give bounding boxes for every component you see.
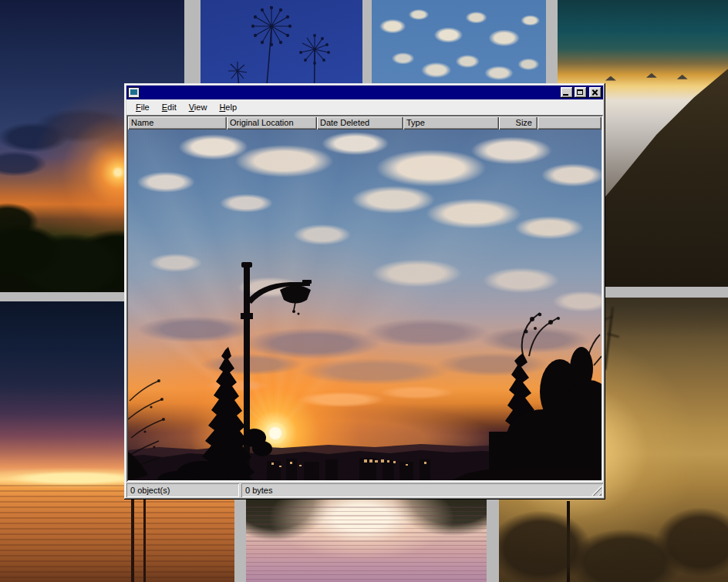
island-peak	[646, 73, 657, 78]
lamp-pole-background	[567, 501, 570, 582]
island-peak	[605, 76, 616, 81]
window-icon	[128, 87, 140, 98]
leaf-specks-left	[143, 379, 165, 449]
column-header-filler	[538, 116, 602, 130]
client-area-sunset-photo	[128, 130, 602, 480]
tree-mass-right	[489, 347, 602, 480]
status-byte-count: 0 bytes	[241, 483, 603, 497]
column-header-type[interactable]: Type	[403, 116, 499, 130]
tree-wisp	[607, 333, 619, 338]
menu-help[interactable]: Help	[213, 101, 243, 114]
close-button[interactable]	[589, 87, 602, 98]
column-header-size[interactable]: Size	[499, 116, 538, 130]
status-object-count: 0 object(s)	[126, 483, 239, 497]
window-controls	[561, 87, 602, 98]
menu-edit[interactable]: Edit	[156, 101, 183, 114]
menu-bar: File Edit View Help	[126, 99, 603, 115]
list-view[interactable]: Name Original Location Date Deleted Type…	[126, 115, 603, 482]
menu-file[interactable]: File	[130, 101, 156, 114]
silhouette-layer	[128, 130, 602, 480]
column-header-name[interactable]: Name	[128, 116, 227, 130]
column-header-row: Name Original Location Date Deleted Type…	[128, 116, 602, 130]
island-peak	[677, 75, 688, 79]
column-header-original-location[interactable]: Original Location	[227, 116, 317, 130]
maximize-button[interactable]	[575, 87, 587, 98]
menu-view[interactable]: View	[183, 101, 214, 114]
wispy-tree-top	[522, 313, 558, 356]
column-header-date-deleted[interactable]: Date Deleted	[317, 116, 403, 130]
sun-disc	[269, 427, 281, 439]
title-bar[interactable]	[126, 86, 603, 99]
recycle-bin-window: File Edit View Help Name Original Locati…	[124, 83, 605, 500]
mooring-pole	[143, 493, 146, 582]
status-bar: 0 object(s) 0 bytes	[126, 483, 603, 497]
minimize-button[interactable]	[561, 87, 573, 98]
